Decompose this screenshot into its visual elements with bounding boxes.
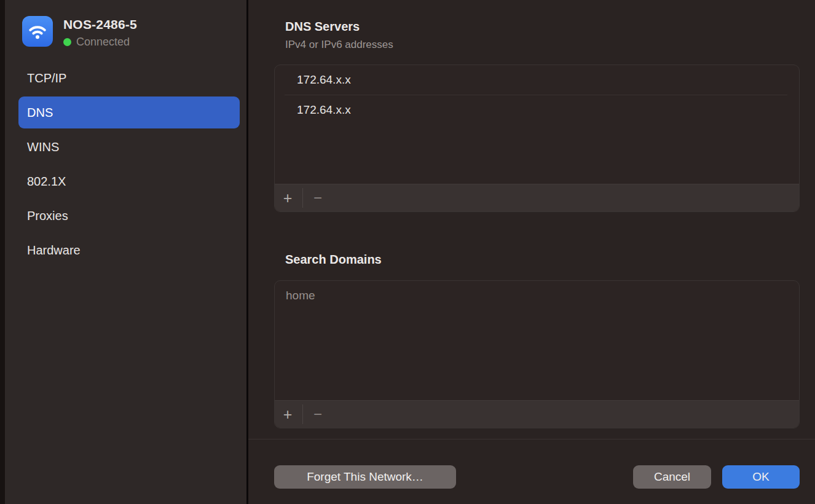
sidebar-content-divider bbox=[246, 0, 248, 504]
sidebar-nav: TCP/IP DNS WINS 802.1X Proxies Hardware bbox=[18, 62, 240, 269]
sidebar-item-8021x[interactable]: 802.1X bbox=[18, 165, 240, 197]
dns-servers-toolbar: + − bbox=[275, 184, 799, 211]
dns-server-entry[interactable]: 172.64.x.x bbox=[275, 65, 799, 95]
add-search-domain-button[interactable]: + bbox=[275, 401, 301, 428]
sidebar-item-proxies[interactable]: Proxies bbox=[18, 200, 240, 232]
sidebar-item-wins[interactable]: WINS bbox=[18, 131, 240, 163]
network-status: Connected bbox=[63, 36, 137, 49]
network-header-text: NOS-2486-5 Connected bbox=[63, 16, 137, 49]
forget-network-button[interactable]: Forget This Network… bbox=[274, 465, 456, 489]
dns-server-entry[interactable]: 172.64.x.x bbox=[275, 95, 799, 125]
sidebar: NOS-2486-5 Connected TCP/IP DNS WINS 802… bbox=[5, 0, 246, 504]
search-domains-toolbar: + − bbox=[275, 400, 799, 428]
window-edge bbox=[0, 0, 5, 504]
cancel-button[interactable]: Cancel bbox=[633, 465, 711, 489]
toolbar-separator bbox=[302, 188, 303, 208]
search-domains-listbox: home + − bbox=[274, 280, 800, 428]
search-domain-entry[interactable]: home bbox=[275, 281, 799, 310]
remove-search-domain-button[interactable]: − bbox=[305, 401, 331, 428]
network-name: NOS-2486-5 bbox=[63, 16, 137, 32]
sidebar-item-dns[interactable]: DNS bbox=[18, 96, 240, 128]
add-dns-server-button[interactable]: + bbox=[275, 184, 301, 212]
list-empty-area bbox=[275, 310, 799, 400]
network-header: NOS-2486-5 Connected bbox=[22, 16, 137, 49]
dns-servers-listbox: 172.64.x.x 172.64.x.x + − bbox=[274, 65, 800, 212]
remove-dns-server-button[interactable]: − bbox=[305, 184, 331, 212]
wifi-icon bbox=[22, 16, 53, 47]
connected-status-label: Connected bbox=[76, 36, 130, 49]
dns-servers-subtitle: IPv4 or IPv6 addresses bbox=[285, 39, 393, 51]
connected-status-dot bbox=[63, 38, 71, 46]
footer-separator bbox=[248, 439, 815, 439]
dns-servers-heading: DNS Servers bbox=[285, 20, 360, 34]
sidebar-item-hardware[interactable]: Hardware bbox=[18, 234, 240, 266]
search-domains-heading: Search Domains bbox=[285, 253, 382, 267]
toolbar-separator bbox=[302, 404, 303, 424]
sidebar-item-tcpip[interactable]: TCP/IP bbox=[18, 62, 240, 94]
ok-button[interactable]: OK bbox=[722, 465, 800, 489]
list-empty-area bbox=[275, 125, 799, 184]
